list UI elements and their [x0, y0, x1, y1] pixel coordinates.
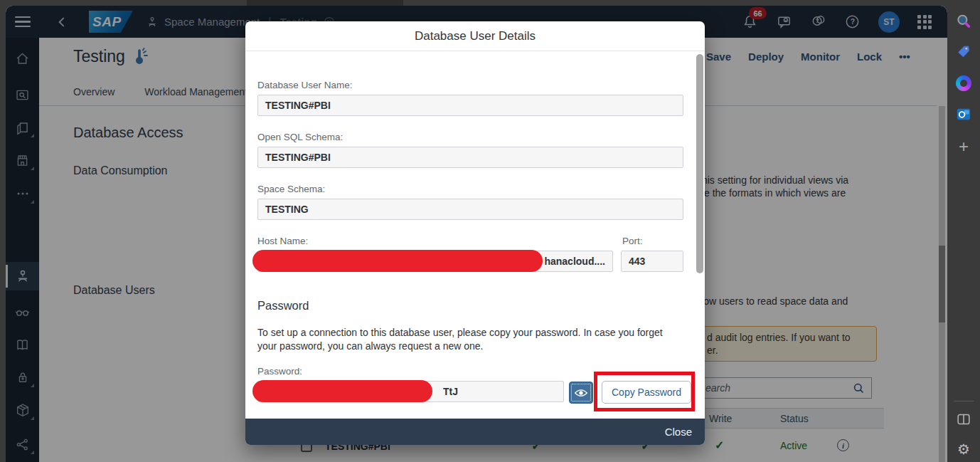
host-name-redaction — [252, 250, 543, 272]
browser-settings-gear-icon[interactable]: ⚙ — [957, 441, 970, 458]
browser-shopping-icon[interactable] — [955, 43, 972, 61]
db-user-name-field[interactable]: TESTING#PBI — [257, 95, 683, 116]
close-button[interactable]: Close — [665, 426, 692, 438]
show-password-eye-button[interactable] — [569, 382, 593, 404]
database-user-details-dialog: Database User Details Database User Name… — [245, 21, 705, 445]
password-label: Password: — [257, 366, 302, 377]
host-name-label: Host Name: — [257, 236, 308, 246]
dialog-scrollbar-thumb[interactable] — [696, 54, 703, 273]
browser-sidebar: + ⚙ — [947, 0, 980, 462]
password-redaction — [252, 380, 432, 402]
open-sql-schema-field[interactable]: TESTING#PBI — [257, 147, 683, 168]
browser-outlook-icon[interactable] — [956, 106, 972, 122]
dialog-title: Database User Details — [245, 21, 705, 51]
dialog-footer: Close — [245, 419, 705, 445]
password-section-heading: Password — [257, 299, 309, 313]
browser-sidebar-divider — [954, 401, 974, 401]
space-schema-label: Space Schema: — [257, 184, 325, 194]
port-field[interactable]: 443 — [621, 251, 683, 272]
browser-search-icon[interactable] — [954, 12, 973, 31]
copy-password-button[interactable]: Copy Password — [602, 381, 691, 404]
browser-panel-toggle-icon[interactable] — [956, 411, 971, 427]
space-schema-field[interactable]: TESTING — [257, 199, 683, 220]
browser-tab-strip — [247, 0, 403, 6]
browser-copilot-icon[interactable] — [956, 75, 971, 91]
app-window: SAP Space Management | Testing 66 — [6, 6, 947, 462]
browser-add-icon[interactable]: + — [959, 140, 969, 154]
db-user-name-label: Database User Name: — [257, 80, 353, 90]
password-description: To set up a connection to this database … — [257, 326, 676, 353]
open-sql-schema-label: Open SQL Schema: — [257, 132, 343, 142]
port-label: Port: — [622, 236, 643, 246]
